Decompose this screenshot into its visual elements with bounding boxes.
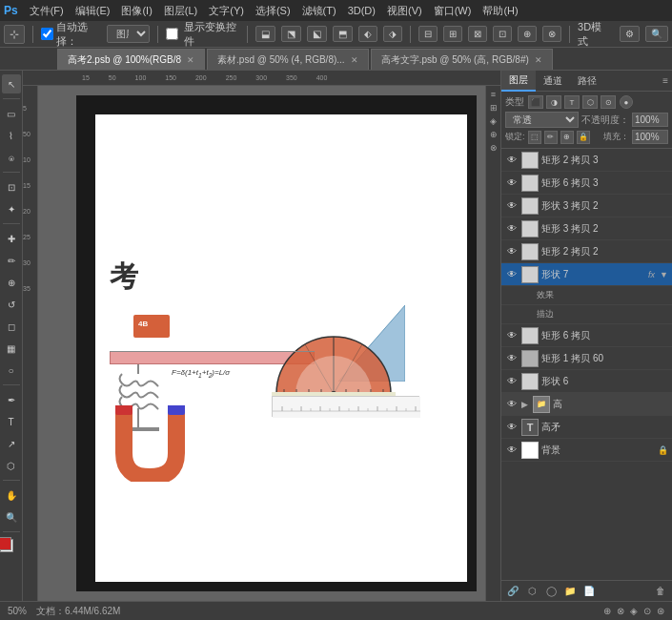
- menu-view[interactable]: 视图(V): [387, 4, 422, 18]
- filter-adjust-btn[interactable]: ◑: [546, 95, 561, 109]
- panel-menu-icon[interactable]: ≡: [659, 75, 672, 86]
- dist-left-btn[interactable]: ⊟: [418, 26, 438, 42]
- status-icon-5[interactable]: ⊛: [657, 606, 664, 616]
- tool-brush[interactable]: ✏: [2, 251, 21, 270]
- layer-item-group[interactable]: 👁 ▶ 📁 高: [501, 393, 672, 416]
- status-icon-2[interactable]: ⊗: [617, 606, 624, 616]
- tool-crop[interactable]: ⊡: [2, 177, 21, 196]
- tool-path-select[interactable]: ↗: [2, 434, 21, 453]
- lock-all-btn[interactable]: 🔒: [577, 131, 590, 144]
- canvas-icon-2[interactable]: ⊞: [490, 103, 498, 113]
- layer-item-bg[interactable]: 👁 背景 🔒: [501, 439, 672, 462]
- blend-mode-select[interactable]: 常透 正常 溶解: [505, 112, 579, 128]
- tab-2-close[interactable]: ✕: [535, 55, 542, 65]
- menu-filter[interactable]: 滤镜(T): [302, 4, 336, 18]
- canvas-icon-1[interactable]: ≡: [491, 90, 496, 99]
- layer-item-6[interactable]: 👁 矩形 6 拷贝: [501, 324, 672, 347]
- layer-item-0[interactable]: 👁 矩形 2 拷贝 3: [501, 149, 672, 172]
- fg-color-swatch[interactable]: [0, 537, 11, 550]
- filter-smart-btn[interactable]: ⊙: [601, 95, 616, 109]
- link-layers-btn[interactable]: 🔗: [505, 584, 520, 599]
- panel-tab-layers[interactable]: 图层: [501, 71, 536, 92]
- tool-shape[interactable]: ⬡: [2, 456, 21, 475]
- status-icon-3[interactable]: ◈: [630, 606, 638, 616]
- filter-toggle[interactable]: ●: [620, 95, 633, 109]
- layer-vis-text[interactable]: 👁: [505, 421, 519, 434]
- tool-magic-wand[interactable]: ⍟: [2, 148, 21, 167]
- tool-zoom[interactable]: 🔍: [2, 507, 21, 527]
- menu-text[interactable]: 文字(Y): [209, 4, 244, 18]
- tool-lasso[interactable]: ⌇: [2, 126, 21, 145]
- menu-help[interactable]: 帮助(H): [482, 4, 518, 18]
- tab-0-close[interactable]: ✕: [187, 55, 194, 65]
- layer-item-4[interactable]: 👁 矩形 2 拷贝 2: [501, 240, 672, 263]
- layer-vis-7[interactable]: 👁: [505, 352, 519, 365]
- tool-pen[interactable]: ✒: [2, 390, 21, 409]
- tool-hand[interactable]: ✋: [2, 486, 21, 505]
- menu-image[interactable]: 图像(I): [121, 4, 152, 18]
- canvas-icon-5[interactable]: ⊗: [490, 143, 498, 153]
- add-mask-btn[interactable]: ◯: [543, 584, 559, 599]
- canvas-icon-3[interactable]: ◈: [490, 116, 497, 126]
- filter-shape-btn[interactable]: ⬡: [582, 95, 598, 109]
- auto-select-checkbox[interactable]: [41, 28, 53, 40]
- layer-item-1[interactable]: 👁 矩形 6 拷贝 3: [501, 172, 672, 195]
- filter-pixel-btn[interactable]: ⬛: [528, 95, 543, 109]
- new-layer-btn[interactable]: 📄: [581, 584, 597, 599]
- align-left-btn[interactable]: ⬓: [255, 26, 275, 42]
- tab-0[interactable]: 高考2.psb @ 100%(RGB/8 ✕: [57, 49, 205, 70]
- lock-transparent-btn[interactable]: ⬚: [528, 131, 541, 144]
- layer-vis-6[interactable]: 👁: [505, 329, 519, 342]
- align-middle-v-btn[interactable]: ⬖: [358, 26, 377, 42]
- menu-select[interactable]: 选择(S): [255, 4, 291, 18]
- layer-vis-1[interactable]: 👁: [505, 176, 519, 190]
- tool-clone[interactable]: ⊕: [2, 273, 21, 292]
- move-tool-btn[interactable]: ⊹: [4, 25, 25, 44]
- dist-h-btn[interactable]: ⊞: [443, 26, 462, 42]
- tab-1-close[interactable]: ✕: [351, 55, 358, 65]
- tab-1[interactable]: 素材.psd @ 50% (4, RGB/8)... ✕: [207, 49, 369, 70]
- menu-edit[interactable]: 编辑(E): [75, 4, 111, 18]
- panel-tab-channels[interactable]: 通道: [536, 71, 570, 92]
- tab-2[interactable]: 高考文字.psb @ 50% (高, RGB/8#) ✕: [371, 49, 553, 70]
- status-icon-1[interactable]: ⊕: [603, 606, 611, 616]
- layer-item-8[interactable]: 👁 形状 6: [501, 370, 672, 393]
- tool-marquee[interactable]: ▭: [2, 104, 21, 123]
- lock-position-btn[interactable]: ⊕: [560, 131, 574, 144]
- add-style-btn[interactable]: ⬡: [524, 584, 540, 599]
- fill-input[interactable]: [632, 130, 668, 144]
- tool-move[interactable]: ↖: [2, 74, 21, 93]
- new-group-btn[interactable]: 📁: [562, 584, 578, 599]
- dist-top-btn[interactable]: ⊡: [493, 26, 512, 42]
- layer-vis-3[interactable]: 👁: [505, 222, 519, 236]
- layer-vis-5[interactable]: 👁: [505, 268, 519, 281]
- layer-item-5[interactable]: 👁 形状 7 fx ▼: [501, 263, 672, 286]
- align-center-h-btn[interactable]: ⬔: [281, 26, 301, 42]
- tool-text[interactable]: T: [2, 412, 21, 431]
- opacity-input[interactable]: [632, 113, 668, 127]
- canvas-icon-4[interactable]: ⊕: [490, 130, 498, 139]
- show-transform-checkbox[interactable]: [166, 28, 178, 40]
- lock-image-btn[interactable]: ✏: [544, 131, 558, 144]
- dist-v-btn[interactable]: ⊕: [518, 26, 537, 42]
- panel-tab-paths[interactable]: 路径: [570, 71, 604, 92]
- align-bottom-btn[interactable]: ⬗: [383, 26, 402, 42]
- layer-item-3[interactable]: 👁 矩形 3 拷贝 2: [501, 217, 672, 240]
- layer-vis-group[interactable]: 👁: [505, 398, 519, 411]
- menu-3d[interactable]: 3D(D): [348, 5, 376, 16]
- extra-btn-2[interactable]: 🔍: [645, 26, 668, 42]
- dist-bottom-btn[interactable]: ⊗: [542, 26, 561, 42]
- align-top-btn[interactable]: ⬒: [333, 26, 353, 42]
- layer-item-2[interactable]: 👁 形状 3 拷贝 2: [501, 195, 672, 217]
- delete-layer-btn[interactable]: 🗑: [653, 584, 668, 599]
- document-canvas[interactable]: 考 4B: [38, 86, 500, 601]
- menu-file[interactable]: 文件(F): [30, 4, 64, 18]
- layer-vis-8[interactable]: 👁: [505, 375, 519, 388]
- layer-vis-0[interactable]: 👁: [505, 154, 519, 167]
- tool-gradient[interactable]: ▦: [2, 339, 21, 358]
- tool-eraser[interactable]: ◻: [2, 317, 21, 336]
- layer-select[interactable]: 图层: [107, 25, 150, 43]
- tool-healing[interactable]: ✚: [2, 229, 21, 248]
- layer-item-7[interactable]: 👁 矩形 1 拷贝 60: [501, 347, 672, 370]
- layer-vis-4[interactable]: 👁: [505, 245, 519, 258]
